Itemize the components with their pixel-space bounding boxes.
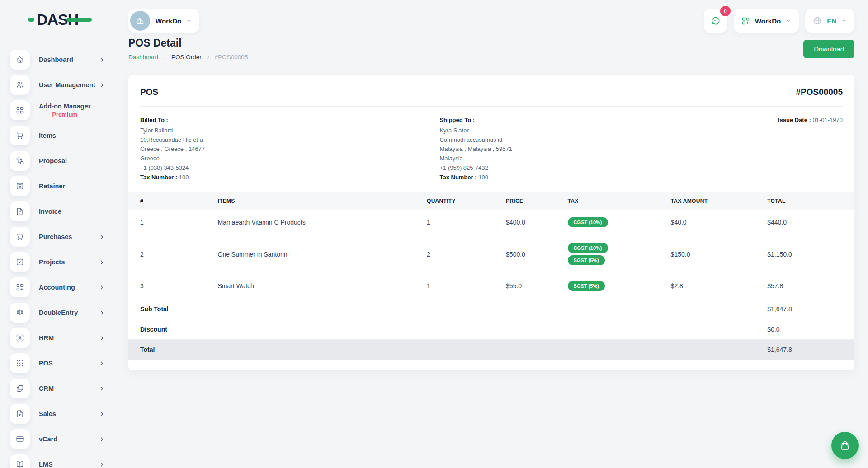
billed-to-lines: Tyler Ballard10,Recusandae Hic et uGreec… (140, 127, 438, 171)
chevron-down-icon (785, 18, 792, 24)
cell-tax-amount: $2.8 (667, 273, 764, 299)
sidebar-nav: Dashboard User Management Add-on Manager… (0, 47, 117, 468)
sidebar-item-label: Sales (39, 410, 56, 417)
apps-icon (741, 16, 750, 26)
chevron-down-icon (186, 18, 192, 24)
address-line: +1 (938) 343-5324 (140, 165, 438, 171)
sidebar-item-label: DoubleEntry (39, 309, 78, 316)
cell-number: 1 (128, 210, 214, 235)
breadcrumb-item: #POS00005 (215, 54, 248, 61)
address-line: Greece , Greece , 14677 (140, 146, 438, 152)
download-button[interactable]: Download (803, 40, 854, 58)
breadcrumb: DashboardPOS Order#POS00005 (128, 54, 248, 61)
cell-price: $400.0 (502, 210, 564, 235)
sidebar-item-accounting[interactable]: Accounting (0, 275, 117, 300)
address-line: Malaysia , Malaysia , 59571 (439, 146, 512, 152)
org-selector[interactable]: WorkDo (128, 9, 199, 33)
sidebar-item-label: vCard (39, 435, 57, 443)
table-row: 3 Smart Watch 1 $55.0 SGST (5%) $2.8 $57… (128, 273, 854, 299)
cell-total: $57.8 (764, 273, 854, 299)
cell-tax-amount: $150.0 (667, 235, 764, 273)
cell-quantity: 1 (423, 273, 502, 299)
sidebar-item-label: Items (39, 132, 56, 139)
messages-count-badge: 0 (720, 6, 731, 16)
sidebar-item-items[interactable]: Items (0, 123, 117, 148)
table-header-cell: TOTAL (764, 192, 854, 210)
sidebar-item-label: LMS (39, 461, 53, 468)
breadcrumb-item[interactable]: Dashboard (128, 54, 158, 61)
addresses-section: Billed To : Tyler Ballard10,Recusandae H… (128, 107, 854, 192)
issue-date: Issue Date : 01-01-1970 (778, 117, 843, 123)
tax-badge: SGST (5%) (568, 281, 605, 291)
sidebar-item-label: Projects (39, 258, 65, 266)
tax-badges: CGST (10%)SGST (5%) (568, 243, 664, 265)
shopping-bag-icon (839, 440, 851, 451)
pos-cart-fab[interactable] (831, 432, 859, 459)
summary-label: Total (128, 340, 764, 360)
address-line: Greece (140, 155, 438, 162)
sidebar-item-purchases[interactable]: Purchases (0, 224, 117, 249)
language-selector[interactable]: EN (805, 9, 854, 33)
address-line: Commodi accusamus id (439, 137, 512, 143)
sidebar-item-sublabel: Premium (52, 111, 77, 118)
chevron-right-icon (99, 285, 105, 290)
sidebar-item-label: User Management (39, 81, 95, 89)
cell-item-name: Mamaearth Vitamin C Products (214, 210, 424, 235)
cell-price: $500.0 (502, 235, 564, 273)
table-header-cell: TAX (564, 192, 667, 210)
address-line: Malaysia (439, 155, 512, 162)
sidebar-item-retainer[interactable]: Retainer (0, 173, 117, 199)
cell-number: 2 (128, 235, 214, 273)
sidebar: DASH Dashboard User Management Add-on Ma… (0, 0, 117, 468)
sidebar-item-label: CRM (39, 385, 54, 392)
breadcrumb-item[interactable]: POS Order (171, 54, 202, 61)
summary-row-discount: Discount $0.0 (128, 319, 854, 340)
chevron-right-icon (99, 386, 105, 392)
grid-icon (10, 100, 30, 120)
sidebar-item-proposal[interactable]: Proposal (0, 148, 117, 173)
messages-button[interactable]: 0 (704, 9, 727, 33)
shipped-tax-value: 100 (478, 174, 488, 181)
pos-card-title: POS (140, 87, 158, 97)
sidebar-item-invoice[interactable]: Invoice (0, 199, 117, 224)
pos-number: #POS00005 (796, 87, 843, 97)
file-icon (10, 201, 30, 221)
scale-icon (10, 303, 30, 323)
sidebar-item-pos[interactable]: POS (0, 351, 117, 376)
table-header-cell: PRICE (502, 192, 564, 210)
summary-value: $0.0 (764, 319, 854, 340)
sidebar-item-lms[interactable]: LMS (0, 452, 117, 468)
language-code: EN (827, 17, 836, 25)
chevron-right-icon (99, 360, 105, 366)
chevron-down-icon (841, 18, 847, 24)
logo-bar-icon (66, 18, 92, 22)
dots-grid-icon (10, 353, 30, 373)
tax-badge: CGST (10%) (568, 243, 608, 253)
chat-icon (710, 15, 721, 26)
shipped-to-label: Shipped To : (439, 117, 512, 123)
sidebar-item-crm[interactable]: CRM (0, 376, 117, 401)
address-line: +1 (959) 825-7432 (439, 165, 512, 171)
sidebar-item-user-management[interactable]: User Management (0, 72, 117, 98)
app-logo[interactable]: DASH (28, 11, 92, 28)
sidebar-item-add-on-manager[interactable]: Add-on Manager Premium (0, 98, 117, 123)
table-header-cell: # (128, 192, 214, 210)
sidebar-item-dashboard[interactable]: Dashboard (0, 47, 117, 72)
sidebar-item-label: POS (39, 360, 53, 367)
chevron-right-icon (99, 462, 105, 468)
sidebar-item-doubleentry[interactable]: DoubleEntry (0, 300, 117, 325)
sidebar-item-hrm[interactable]: HRM (0, 325, 117, 351)
table-header-cell: TAX AMOUNT (667, 192, 764, 210)
cell-total: $1,150.0 (764, 235, 854, 273)
sidebar-item-vcard[interactable]: vCard (0, 426, 117, 452)
summary-label: Sub Total (128, 299, 764, 319)
sidebar-item-projects[interactable]: Projects (0, 249, 117, 275)
app-menu-button[interactable]: WorkDo (734, 9, 799, 33)
sidebar-item-label: Dashboard (39, 56, 73, 63)
sidebar-item-sales[interactable]: Sales (0, 401, 117, 426)
chevron-right-icon (206, 55, 211, 60)
cell-item-name: Smart Watch (214, 273, 424, 299)
sidebar-item-label: Purchases (39, 233, 72, 240)
address-line: Tyler Ballard (140, 127, 438, 134)
logo-dash-icon (28, 18, 34, 22)
